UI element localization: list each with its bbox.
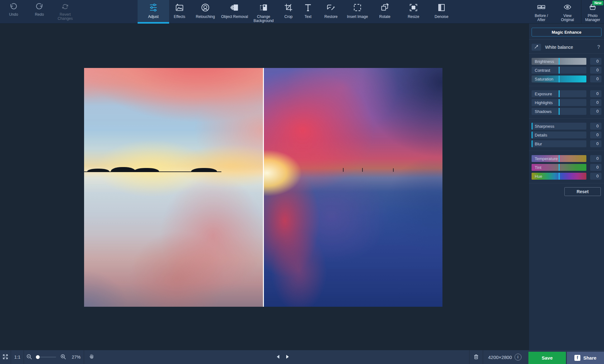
photo-manager-button[interactable]: New Photo Manager	[581, 0, 604, 24]
tint-value[interactable]: 0	[590, 164, 601, 171]
undo-button[interactable]: Undo	[4, 3, 23, 17]
slider-handle[interactable]	[559, 99, 560, 106]
highlights-slider[interactable]: Highlights	[532, 99, 586, 106]
exposure-slider[interactable]: Exposure	[532, 90, 586, 97]
next-photo-button[interactable]	[285, 354, 290, 360]
slider-handle[interactable]	[559, 90, 560, 97]
status-bar: 1:1 27%	[0, 350, 604, 364]
temperature-slider[interactable]: Temperature	[532, 155, 586, 162]
help-icon[interactable]: ?	[597, 44, 600, 50]
fit-screen-button[interactable]	[0, 350, 11, 364]
slider-handle[interactable]	[559, 173, 560, 180]
zoom-slider[interactable]	[37, 357, 56, 357]
slider-row: Highlights 0	[532, 99, 601, 106]
tab-resize[interactable]: Resize	[399, 0, 428, 24]
history-group: Undo Redo Revert Changes	[4, 0, 75, 24]
tab-rotate[interactable]: Rotate	[371, 0, 399, 24]
insert-image-icon	[353, 3, 362, 13]
exposure-value[interactable]: 0	[590, 90, 601, 97]
image-dimensions: 4200×2800	[488, 355, 512, 360]
slider-handle[interactable]	[532, 132, 533, 138]
top-toolbar: Undo Redo Revert Changes Adjust Effects	[0, 0, 604, 24]
contrast-slider[interactable]: Contrast	[532, 67, 586, 74]
slider-handle[interactable]	[532, 140, 533, 147]
highlights-value[interactable]: 0	[590, 99, 601, 106]
tint-slider[interactable]: Tint	[532, 164, 586, 171]
photo-before-half	[84, 68, 263, 307]
hand-tool-button[interactable]	[84, 350, 98, 364]
magic-enhance-button[interactable]: Magic Enhance	[532, 28, 601, 36]
hue-slider[interactable]: Hue	[532, 173, 586, 180]
redo-button[interactable]: Redo	[30, 3, 49, 17]
view-original-button[interactable]: View Original	[554, 0, 581, 24]
island-silhouette	[191, 168, 217, 172]
tab-denoise[interactable]: Denoise	[428, 0, 455, 24]
sharpness-slider[interactable]: Sharpness	[532, 123, 586, 130]
tab-effects[interactable]: Effects	[169, 0, 190, 24]
slider-row: Details 0	[532, 132, 601, 138]
zoom-in-button[interactable]	[58, 350, 69, 364]
hand-icon	[88, 354, 94, 361]
previous-photo-button[interactable]	[276, 354, 281, 360]
saturation-value[interactable]: 0	[590, 76, 601, 82]
zoom-controls: 1:1 27%	[0, 350, 98, 364]
undo-icon	[9, 3, 18, 12]
tab-change-background[interactable]: Change Background	[248, 0, 279, 24]
white-balance-row: White balance ?	[532, 44, 601, 51]
hue-value[interactable]: 0	[590, 173, 601, 180]
tab-insert-image[interactable]: Insert Image	[344, 0, 371, 24]
highlights-label: Highlights	[535, 100, 553, 105]
zoom-in-icon	[60, 354, 66, 361]
revert-changes-button[interactable]: Revert Changes	[55, 3, 75, 21]
canvas-area	[0, 24, 529, 350]
contrast-value[interactable]: 0	[590, 67, 601, 74]
slider-handle[interactable]	[532, 123, 533, 130]
action-buttons: Save f Share	[528, 352, 604, 364]
blur-value[interactable]: 0	[590, 140, 601, 147]
before-after-split-handle[interactable]	[263, 68, 264, 307]
shadows-slider[interactable]: Shadows	[532, 108, 586, 115]
reset-row: Reset	[529, 183, 604, 196]
tab-restore[interactable]: Restore	[318, 0, 344, 24]
tab-crop[interactable]: Crop	[279, 0, 298, 24]
slider-handle[interactable]	[559, 155, 560, 162]
zoom-slider-knob[interactable]	[36, 355, 40, 359]
brightness-value[interactable]: 0	[590, 58, 601, 65]
slider-handle[interactable]	[559, 76, 560, 82]
temperature-value[interactable]: 0	[590, 155, 601, 162]
slider-handle[interactable]	[559, 164, 560, 171]
text-icon	[303, 3, 313, 13]
photo-preview[interactable]	[84, 68, 442, 307]
contrast-label: Contrast	[535, 68, 550, 73]
detail-slider-group: Sharpness 0 Details 0 Blur 0	[529, 118, 604, 151]
details-value[interactable]: 0	[590, 132, 601, 138]
eyedropper-icon	[534, 44, 539, 50]
white-balance-eyedropper-button[interactable]	[532, 44, 541, 51]
blur-slider[interactable]: Blur	[532, 140, 586, 147]
redo-label: Redo	[35, 13, 44, 17]
zoom-out-button[interactable]	[24, 350, 35, 364]
shadows-value[interactable]: 0	[590, 108, 601, 115]
before-after-button[interactable]: Before / After	[529, 0, 554, 24]
tab-text[interactable]: Text	[298, 0, 318, 24]
share-button[interactable]: f Share	[567, 352, 604, 364]
slider-handle[interactable]	[559, 108, 560, 115]
resize-icon	[409, 3, 418, 13]
color-slider-group: Temperature 0 Tint 0 Hue 0	[529, 151, 604, 183]
brightness-slider[interactable]: Brightness	[532, 58, 586, 65]
slider-handle[interactable]	[559, 67, 560, 74]
tab-adjust[interactable]: Adjust	[138, 0, 169, 24]
sharpness-value[interactable]: 0	[590, 123, 601, 130]
zoom-level: 27%	[69, 355, 84, 360]
actual-size-button[interactable]: 1:1	[11, 355, 24, 360]
slider-handle[interactable]	[559, 58, 560, 65]
photo-editor-app: Undo Redo Revert Changes Adjust Effects	[0, 0, 604, 364]
info-icon[interactable]: i	[515, 354, 521, 361]
details-slider[interactable]: Details	[532, 132, 586, 138]
delete-photo-button[interactable]	[470, 350, 483, 364]
tab-object-removal[interactable]: Object Removal	[221, 0, 248, 24]
tab-retouching[interactable]: Retouching	[190, 0, 221, 24]
save-button[interactable]: Save	[528, 352, 566, 364]
saturation-slider[interactable]: Saturation	[532, 76, 586, 82]
reset-button[interactable]: Reset	[564, 187, 601, 196]
